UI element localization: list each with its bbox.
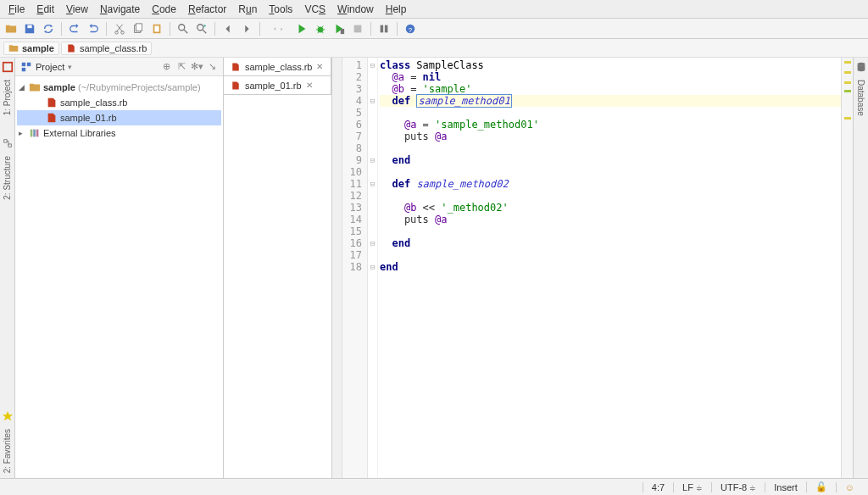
menu-refactor[interactable]: Refactor: [183, 2, 231, 17]
menu-edit[interactable]: Edit: [31, 2, 59, 17]
panel-settings-button[interactable]: ✻▾: [191, 61, 203, 73]
redo-button[interactable]: [86, 21, 101, 36]
run-button[interactable]: [294, 21, 309, 36]
status-bar: 4:7 LF ≑ UTF-8 ≑ Insert 🔓 ☺: [0, 478, 868, 495]
right-tool-strip: Database: [853, 58, 868, 478]
separator: [259, 22, 260, 36]
tool-structure-label[interactable]: 2: Structure: [3, 151, 12, 205]
separator: [170, 22, 170, 36]
code-content[interactable]: class SampleClass @a = nil @b = 'sample'…: [378, 58, 841, 478]
tree-root[interactable]: ◢ sample (~/RubymineProjects/sample): [17, 80, 221, 95]
separator: [370, 22, 371, 36]
right-marker-strip: [841, 58, 853, 478]
menu-vcs[interactable]: VCS: [299, 2, 331, 17]
line-separator[interactable]: LF ≑: [673, 482, 711, 492]
find-button[interactable]: [175, 21, 191, 36]
file-encoding[interactable]: UTF-8 ≑: [711, 482, 765, 492]
svg-rect-0: [27, 25, 31, 28]
back-button[interactable]: [220, 21, 236, 36]
breakpoint-gutter[interactable]: [332, 58, 342, 478]
menu-help[interactable]: Help: [381, 2, 412, 17]
replace-button[interactable]: [194, 21, 209, 36]
svg-rect-4: [136, 23, 142, 31]
separator: [214, 22, 215, 36]
scroll-from-source-button[interactable]: ⊕: [160, 61, 172, 73]
menu-navigate[interactable]: Navigate: [95, 2, 145, 17]
svg-rect-12: [381, 25, 384, 32]
open-button[interactable]: [3, 21, 19, 36]
paste-button[interactable]: [149, 21, 164, 36]
tree-root-path: (~/RubymineProjects/sample): [78, 82, 201, 92]
svg-rect-18: [27, 62, 31, 65]
project-tool-icon[interactable]: [2, 61, 14, 73]
copy-button[interactable]: [131, 21, 146, 36]
expand-icon[interactable]: ▸: [19, 129, 26, 137]
hide-panel-button[interactable]: ↘: [206, 61, 218, 73]
tool-project-label[interactable]: 1: Project: [3, 75, 12, 120]
separator: [397, 22, 398, 36]
line-number-gutter: 123456789101112131415161718: [342, 58, 368, 478]
editor-tab-sample-class-left[interactable]: sample_class.rb ✕: [224, 58, 331, 75]
tool-favorites-label[interactable]: 2: Favorites: [3, 424, 12, 478]
project-panel: Project ▾ ⊕ ⇱ ✻▾ ↘ ◢ sample (~/RubymineP…: [15, 58, 224, 478]
database-tool-icon[interactable]: [855, 61, 867, 73]
read-only-toggle[interactable]: 🔓: [806, 481, 836, 492]
tree-file-sample-class[interactable]: sample_class.rb: [17, 95, 221, 110]
coverage-button[interactable]: [331, 21, 347, 36]
structure-tool-icon[interactable]: [2, 137, 14, 149]
expand-icon[interactable]: ◢: [19, 83, 26, 92]
hector-icon[interactable]: ☺: [836, 482, 863, 492]
stop-button[interactable]: [350, 21, 365, 36]
main-area: 1: Project 2: Structure 2: Favorites Pro…: [0, 58, 868, 478]
folder-icon: [8, 43, 19, 53]
crumb-project[interactable]: sample: [3, 42, 59, 55]
project-tree: ◢ sample (~/RubymineProjects/sample) sam…: [15, 76, 223, 478]
save-button[interactable]: [22, 21, 37, 36]
collapse-all-button[interactable]: ⇱: [175, 61, 187, 73]
svg-rect-13: [385, 25, 388, 32]
svg-point-8: [198, 24, 203, 30]
svg-rect-11: [354, 25, 362, 32]
menu-code[interactable]: Code: [147, 2, 181, 17]
tree-file-sample-01[interactable]: sample_01.rb: [17, 110, 221, 125]
code-editor[interactable]: 123456789101112131415161718 ⊟⊟⊟⊟⊟⊟ class…: [332, 58, 841, 478]
ruby-file-icon: [46, 97, 58, 108]
ruby-file-icon: [46, 112, 58, 124]
svg-rect-22: [36, 130, 39, 137]
run-config-button[interactable]: [265, 21, 291, 36]
close-tab-icon[interactable]: ✕: [306, 81, 313, 90]
library-icon: [29, 127, 41, 139]
crumb-file[interactable]: sample_class.rb: [61, 42, 152, 55]
tool-database-label[interactable]: Database: [856, 75, 865, 121]
forward-button[interactable]: [239, 21, 254, 36]
svg-point-23: [857, 63, 865, 66]
undo-button[interactable]: [67, 21, 82, 36]
menu-run[interactable]: Run: [233, 2, 262, 17]
editor-tab-label: sample_01.rb: [245, 81, 302, 91]
sync-button[interactable]: [41, 21, 56, 36]
svg-point-9: [318, 26, 324, 32]
editor-main: 123456789101112131415161718 ⊟⊟⊟⊟⊟⊟ class…: [332, 58, 841, 478]
menu-file[interactable]: File: [3, 2, 30, 17]
left-tool-strip: 1: Project 2: Structure 2: Favorites: [0, 58, 15, 478]
help-button[interactable]: ?: [403, 21, 418, 36]
tree-external-libs[interactable]: ▸ External Libraries: [17, 125, 221, 141]
settings-button[interactable]: [376, 21, 392, 36]
insert-mode: Insert: [765, 482, 806, 492]
fold-gutter[interactable]: ⊟⊟⊟⊟⊟⊟: [368, 58, 378, 478]
project-panel-header: Project ▾ ⊕ ⇱ ✻▾ ↘: [15, 58, 223, 76]
separator: [61, 22, 62, 36]
menu-bar: File Edit View Navigate Code Refactor Ru…: [0, 0, 868, 19]
favorites-tool-icon[interactable]: [2, 410, 14, 422]
menu-view[interactable]: View: [61, 2, 93, 17]
folder-icon: [29, 81, 41, 93]
editor-tab-label: sample_class.rb: [245, 62, 312, 72]
debug-button[interactable]: [313, 21, 328, 36]
cut-button[interactable]: [112, 21, 127, 36]
close-tab-icon[interactable]: ✕: [316, 62, 323, 71]
tree-file-label: sample_01.rb: [60, 113, 117, 123]
editor-left-split: sample_class.rb ✕ sample_01.rb ✕: [224, 58, 332, 478]
menu-window[interactable]: Window: [332, 2, 379, 17]
editor-tab-sample-01[interactable]: sample_01.rb ✕: [224, 76, 331, 94]
menu-tools[interactable]: Tools: [264, 2, 298, 17]
